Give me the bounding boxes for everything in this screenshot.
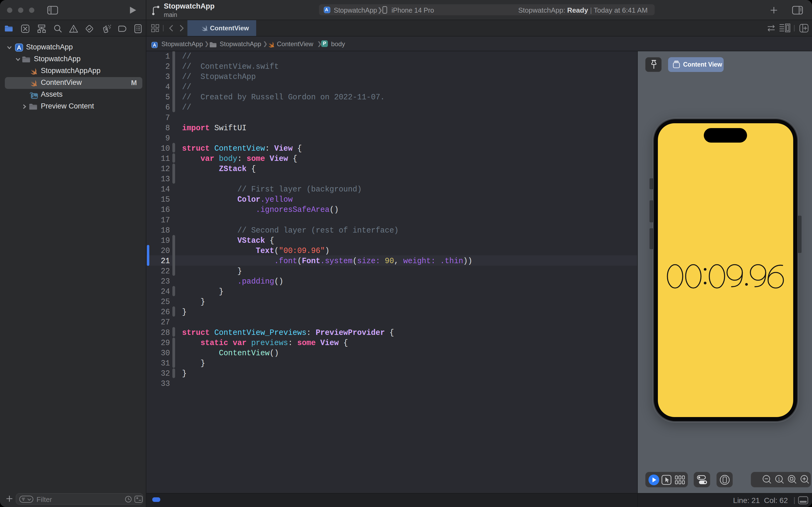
svg-text:1: 1: [778, 477, 780, 482]
